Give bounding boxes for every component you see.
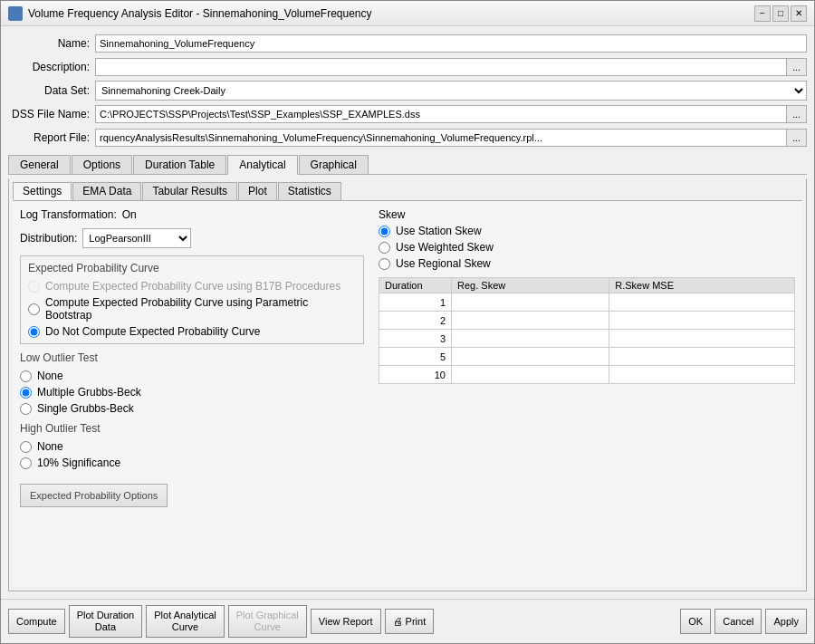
high-outlier-10pct-radio[interactable] — [20, 457, 32, 469]
bottom-right-buttons: OK Cancel Apply — [680, 609, 807, 634]
high-outlier-none-label: None — [37, 440, 63, 453]
bottom-left-buttons: Compute Plot DurationData Plot Analytica… — [8, 605, 434, 638]
report-browse-button[interactable]: ... — [787, 129, 807, 147]
dss-row: DSS File Name: ... — [8, 104, 807, 124]
expected-do-not-label: Do Not Compute Expected Probability Curv… — [45, 325, 260, 338]
expected-do-not-row: Do Not Compute Expected Probability Curv… — [28, 325, 356, 338]
low-outlier-none-row: None — [20, 370, 364, 382]
skew-weighted-label: Use Weighted Skew — [396, 241, 494, 254]
dss-input[interactable] — [95, 105, 787, 123]
maximize-button[interactable]: □ — [772, 5, 789, 22]
tab-analytical[interactable]: Analytical — [227, 155, 297, 175]
report-input[interactable] — [95, 129, 787, 147]
expected-parametric-radio[interactable] — [28, 303, 40, 315]
ok-button[interactable]: OK — [680, 609, 711, 634]
window-title: Volume Frequency Analysis Editor - Sinne… — [28, 7, 754, 20]
inner-tab-ema-data[interactable]: EMA Data — [72, 182, 141, 200]
expected-probability-options-button[interactable]: Expected Probability Options — [20, 484, 168, 507]
plot-duration-label: Plot DurationData — [77, 610, 135, 633]
close-button[interactable]: ✕ — [791, 5, 807, 22]
high-outlier-10pct-label: 10% Significance — [37, 457, 120, 469]
settings-content: Log Transformation: On Distribution: Log… — [13, 200, 802, 587]
skew-table-row: 1 — [379, 293, 795, 312]
log-transform-row: Log Transformation: On — [20, 208, 364, 221]
low-outlier-none-radio[interactable] — [20, 370, 32, 382]
skew-title: Skew — [379, 208, 795, 221]
low-outlier-multiple-row: Multiple Grubbs-Beck — [20, 386, 364, 399]
skew-r-skew-mse-cell — [609, 348, 795, 366]
distribution-select[interactable]: LogPearsonIII Normal LogNormal — [82, 228, 191, 248]
cancel-button[interactable]: Cancel — [714, 609, 762, 634]
skew-r-skew-mse-cell — [609, 293, 795, 312]
main-window: Volume Frequency Analysis Editor - Sinne… — [0, 0, 815, 644]
description-browse-button[interactable]: ... — [787, 58, 807, 76]
expected-b17b-row: Compute Expected Probability Curve using… — [28, 280, 356, 293]
low-outlier-single-label: Single Grubbs-Beck — [37, 402, 134, 415]
inner-tab-settings[interactable]: Settings — [13, 182, 72, 200]
plot-duration-button[interactable]: Plot DurationData — [69, 605, 143, 638]
name-label: Name: — [8, 37, 90, 50]
low-outlier-none-label: None — [37, 370, 63, 382]
dataset-select[interactable]: Sinnemahoning Creek-Daily — [95, 81, 807, 101]
inner-tab-statistics[interactable]: Statistics — [278, 182, 341, 200]
minimize-button[interactable]: − — [754, 5, 771, 22]
dataset-label: Data Set: — [8, 84, 90, 97]
name-input[interactable] — [95, 34, 807, 53]
compute-button[interactable]: Compute — [8, 609, 65, 634]
low-outlier-group: Low Outlier Test None Multiple Grubbs-Be… — [20, 351, 364, 415]
inner-tab-tabular-results[interactable]: Tabular Results — [142, 182, 237, 200]
skew-reg-skew-cell — [452, 312, 609, 330]
skew-duration-cell: 3 — [379, 330, 452, 348]
main-content: Name: Description: ... Data Set: Sinnema… — [1, 26, 814, 599]
tab-graphical[interactable]: Graphical — [299, 155, 369, 174]
skew-table-row: 2 — [379, 312, 795, 330]
inner-tab-plot[interactable]: Plot — [238, 182, 277, 200]
plot-analytical-button[interactable]: Plot AnalyticalCurve — [146, 605, 224, 638]
plot-graphical-button[interactable]: Plot GraphicalCurve — [228, 605, 307, 638]
dss-browse-button[interactable]: ... — [787, 105, 807, 123]
right-panel: Skew Use Station Skew Use Weighted Skew — [379, 208, 795, 580]
print-button[interactable]: 🖨 Print — [385, 609, 435, 634]
print-icon: 🖨 — [393, 616, 403, 627]
title-bar-buttons: − □ ✕ — [754, 5, 807, 22]
skew-regional-radio[interactable] — [379, 258, 390, 270]
skew-r-skew-mse-cell — [609, 330, 795, 348]
skew-weighted-row: Use Weighted Skew — [379, 241, 795, 254]
report-label: Report File: — [8, 131, 90, 144]
skew-station-radio[interactable] — [379, 226, 390, 237]
description-input[interactable] — [95, 58, 787, 76]
title-bar: Volume Frequency Analysis Editor - Sinne… — [1, 1, 814, 26]
inner-tabs: Settings EMA Data Tabular Results Plot S… — [9, 178, 806, 200]
expected-do-not-radio[interactable] — [28, 326, 40, 338]
expected-probability-group: Expected Probability Curve Compute Expec… — [20, 255, 364, 344]
skew-weighted-radio[interactable] — [379, 242, 390, 254]
tab-options[interactable]: Options — [72, 155, 132, 174]
skew-regional-label: Use Regional Skew — [396, 257, 491, 270]
left-panel: Log Transformation: On Distribution: Log… — [20, 208, 364, 580]
apply-button[interactable]: Apply — [765, 609, 807, 634]
expected-b17b-radio — [28, 281, 40, 293]
low-outlier-single-radio[interactable] — [20, 403, 32, 415]
skew-reg-skew-cell — [452, 366, 609, 384]
main-tabs: General Options Duration Table Analytica… — [8, 155, 807, 175]
tab-duration-table[interactable]: Duration Table — [133, 155, 226, 174]
description-field: ... — [95, 58, 807, 76]
skew-options: Use Station Skew Use Weighted Skew Use R… — [379, 225, 795, 270]
distribution-label: Distribution: — [20, 232, 77, 245]
log-transform-value: On — [122, 208, 137, 221]
dss-field: ... — [95, 105, 807, 123]
plot-analytical-label: Plot AnalyticalCurve — [154, 610, 216, 633]
high-outlier-none-radio[interactable] — [20, 441, 32, 453]
low-outlier-multiple-radio[interactable] — [20, 387, 32, 399]
description-row: Description: ... — [8, 57, 807, 77]
skew-duration-cell: 2 — [379, 312, 452, 330]
expected-parametric-label: Compute Expected Probability Curve using… — [45, 296, 356, 322]
skew-table: Duration Reg. Skew R.Skew MSE 123510 — [379, 277, 795, 384]
tab-general[interactable]: General — [8, 155, 71, 174]
expected-probability-options: Compute Expected Probability Curve using… — [28, 280, 356, 338]
low-outlier-title: Low Outlier Test — [20, 351, 364, 364]
view-report-button[interactable]: View Report — [311, 609, 381, 634]
distribution-row: Distribution: LogPearsonIII Normal LogNo… — [20, 228, 364, 248]
skew-r-skew-mse-cell — [609, 366, 795, 384]
skew-table-header-reg-skew: Reg. Skew — [452, 278, 609, 293]
